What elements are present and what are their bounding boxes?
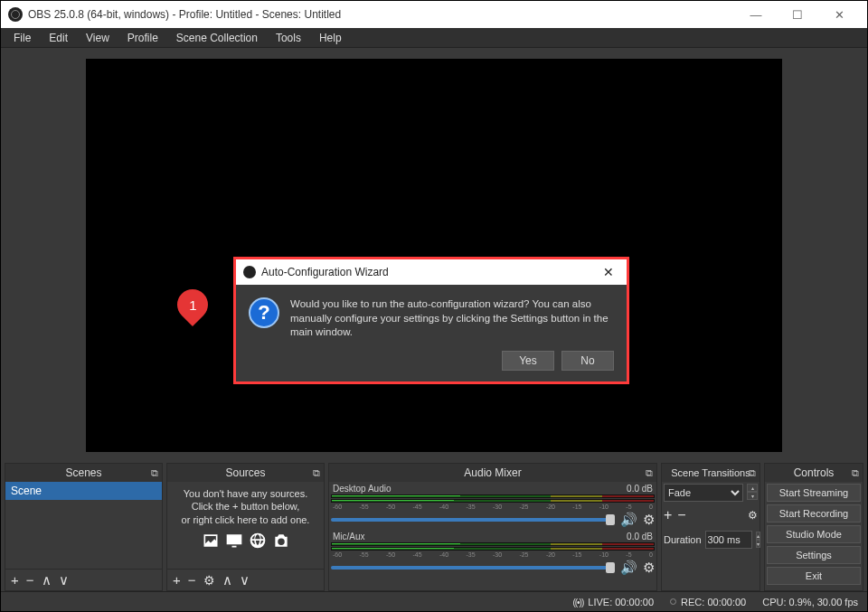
scenes-down-button[interactable]: ∨ xyxy=(59,572,69,588)
mixer-channel-mic: Mic/Aux 0.0 dB -60-55-50-45-40-35-30-25-… xyxy=(331,532,655,576)
sources-add-button[interactable]: + xyxy=(173,572,181,588)
transitions-panel: Scene Transitions ⧉ Fade ▴▾ + − ⚙ xyxy=(661,463,760,591)
sources-empty-text: You don't have any sources. Click the + … xyxy=(169,484,322,532)
menu-help[interactable]: Help xyxy=(310,30,351,46)
controls-title: Controls xyxy=(794,466,835,479)
scene-item[interactable]: Scene xyxy=(5,482,162,500)
scenes-undock-icon[interactable]: ⧉ xyxy=(151,467,158,479)
transitions-undock-icon[interactable]: ⧉ xyxy=(749,467,756,479)
callout-marker: 1 xyxy=(177,289,231,324)
menu-edit[interactable]: Edit xyxy=(40,30,77,46)
obs-logo-icon xyxy=(243,266,256,278)
duration-spinner[interactable]: ▴▾ xyxy=(756,532,760,548)
transitions-title: Scene Transitions xyxy=(671,467,750,478)
scenes-panel: Scenes ⧉ Scene + − ∧ ∨ xyxy=(5,463,163,591)
vu-meter xyxy=(331,542,655,546)
status-live: LIVE: 00:00:00 xyxy=(572,597,654,607)
statusbar: LIVE: 00:00:00 REC: 00:00:00 CPU: 0.9%, … xyxy=(1,591,867,611)
exit-button[interactable]: Exit xyxy=(767,567,861,585)
menu-file[interactable]: File xyxy=(5,30,40,46)
dialog-close-button[interactable]: ✕ xyxy=(598,265,619,279)
transition-select[interactable]: Fade xyxy=(664,484,743,502)
channel-settings-icon[interactable]: ⚙ xyxy=(643,512,655,528)
question-icon: ? xyxy=(249,297,279,328)
dialog-message: Would you like to run the auto-configura… xyxy=(290,297,614,340)
controls-panel: Controls ⧉ Start Streaming Start Recordi… xyxy=(764,463,863,591)
duration-input[interactable] xyxy=(705,531,752,549)
audio-mixer-panel: Audio Mixer ⧉ Desktop Audio 0.0 dB -60-5… xyxy=(328,463,657,591)
status-rec: REC: 00:00:00 xyxy=(670,597,746,607)
sources-properties-button[interactable]: ⚙ xyxy=(203,573,215,588)
duration-label: Duration xyxy=(664,534,702,545)
window-close-button[interactable]: ✕ xyxy=(818,2,860,27)
sources-panel: Sources ⧉ You don't have any sources. Cl… xyxy=(166,463,325,591)
transition-remove-button[interactable]: − xyxy=(677,507,685,523)
preview-area xyxy=(1,48,867,463)
db-ticks: -60-55-50-45-40-35-30-25-20-15-10-50 xyxy=(331,551,655,558)
dialog-no-button[interactable]: No xyxy=(561,351,614,371)
menu-scene-collection[interactable]: Scene Collection xyxy=(167,30,267,46)
channel-name: Desktop Audio xyxy=(333,484,392,494)
scenes-title: Scenes xyxy=(65,466,101,479)
mute-icon[interactable]: 🔊 xyxy=(620,512,637,528)
broadcast-icon xyxy=(572,597,583,607)
db-ticks: -60-55-50-45-40-35-30-25-20-15-10-50 xyxy=(331,504,655,510)
dock-row: Scenes ⧉ Scene + − ∧ ∨ Sources ⧉ You don… xyxy=(1,463,867,591)
settings-button[interactable]: Settings xyxy=(767,546,861,564)
start-streaming-button[interactable]: Start Streaming xyxy=(767,484,861,502)
sources-list[interactable]: You don't have any sources. Click the + … xyxy=(167,482,324,569)
transition-settings-icon[interactable]: ⚙ xyxy=(748,509,758,522)
mixer-undock-icon[interactable]: ⧉ xyxy=(646,467,653,479)
channel-name: Mic/Aux xyxy=(333,532,365,541)
auto-config-dialog: Auto-Configuration Wizard ✕ ? Would you … xyxy=(233,257,629,384)
dialog-title-text: Auto-Configuration Wizard xyxy=(261,266,389,278)
menu-profile[interactable]: Profile xyxy=(118,30,167,46)
record-icon xyxy=(670,598,676,605)
mixer-channel-desktop: Desktop Audio 0.0 dB -60-55-50-45-40-35-… xyxy=(331,484,655,528)
window-minimize-button[interactable]: — xyxy=(735,2,777,27)
vu-meter xyxy=(331,494,655,498)
mute-icon[interactable]: 🔊 xyxy=(620,560,637,576)
scenes-up-button[interactable]: ∧ xyxy=(42,572,52,588)
status-cpu: CPU: 0.9%, 30.00 fps xyxy=(762,597,858,607)
scenes-remove-button[interactable]: − xyxy=(26,572,34,588)
window-title: OBS 25.0.8 (64-bit, windows) - Profile: … xyxy=(28,8,341,21)
scenes-list[interactable]: Scene xyxy=(5,482,162,569)
source-type-icons xyxy=(169,532,322,550)
mixer-title: Audio Mixer xyxy=(464,466,521,479)
transition-spinner[interactable]: ▴▾ xyxy=(747,484,758,502)
obs-logo-icon xyxy=(8,7,23,22)
camera-icon xyxy=(272,532,290,550)
image-icon xyxy=(202,532,220,550)
channel-db: 0.0 dB xyxy=(627,484,653,494)
window-titlebar: OBS 25.0.8 (64-bit, windows) - Profile: … xyxy=(1,1,867,28)
sources-down-button[interactable]: ∨ xyxy=(240,572,250,588)
vu-meter xyxy=(331,547,655,551)
window-maximize-button[interactable]: ☐ xyxy=(777,2,818,27)
sources-undock-icon[interactable]: ⧉ xyxy=(313,467,320,479)
transition-add-button[interactable]: + xyxy=(664,507,672,523)
menubar: File Edit View Profile Scene Collection … xyxy=(1,28,867,48)
channel-settings-icon[interactable]: ⚙ xyxy=(643,560,655,576)
menu-tools[interactable]: Tools xyxy=(267,30,310,46)
controls-undock-icon[interactable]: ⧉ xyxy=(852,467,859,479)
globe-icon xyxy=(249,532,267,550)
sources-up-button[interactable]: ∧ xyxy=(222,572,232,588)
volume-slider[interactable] xyxy=(331,518,615,522)
dialog-yes-button[interactable]: Yes xyxy=(502,351,554,371)
studio-mode-button[interactable]: Studio Mode xyxy=(767,525,861,543)
channel-db: 0.0 dB xyxy=(627,532,653,541)
start-recording-button[interactable]: Start Recording xyxy=(767,504,861,523)
volume-slider[interactable] xyxy=(331,566,615,570)
callout-number: 1 xyxy=(189,297,196,313)
dialog-titlebar: Auto-Configuration Wizard ✕ xyxy=(236,259,627,285)
menu-view[interactable]: View xyxy=(77,30,118,46)
monitor-icon xyxy=(225,532,243,550)
sources-remove-button[interactable]: − xyxy=(188,572,196,588)
sources-title: Sources xyxy=(225,466,265,479)
preview-canvas[interactable] xyxy=(86,59,782,452)
vu-meter xyxy=(331,499,655,503)
scenes-add-button[interactable]: + xyxy=(11,572,19,588)
